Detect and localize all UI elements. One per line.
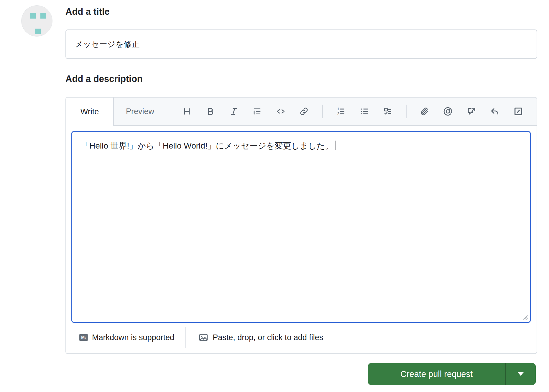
add-files-label: Paste, drop, or click to add files bbox=[213, 333, 323, 342]
markdown-supported-label: Markdown is supported bbox=[92, 333, 174, 342]
toolbar-separator bbox=[406, 105, 407, 118]
avatar bbox=[21, 5, 52, 37]
title-heading: Add a title bbox=[65, 6, 110, 17]
unordered-list-icon[interactable] bbox=[359, 106, 370, 117]
quote-icon[interactable] bbox=[252, 106, 262, 117]
create-options-dropdown[interactable] bbox=[506, 363, 536, 385]
svg-text:2: 2 bbox=[337, 112, 339, 116]
heading-icon[interactable] bbox=[182, 106, 192, 117]
numbered-list-icon[interactable]: 1 2 bbox=[336, 106, 346, 117]
editor-body: 「Hello 世界!」から「Hello World!」にメッセージを変更しました… bbox=[66, 126, 537, 352]
resize-handle-icon[interactable] bbox=[521, 313, 528, 320]
formatting-toolbar: 1 2 bbox=[166, 98, 537, 125]
description-heading: Add a description bbox=[65, 74, 143, 84]
mention-icon[interactable] bbox=[443, 106, 453, 117]
cross-reference-icon[interactable] bbox=[466, 106, 477, 117]
reply-icon[interactable] bbox=[489, 106, 500, 117]
create-pull-request-button[interactable]: Create pull request bbox=[368, 363, 505, 385]
link-icon[interactable] bbox=[299, 106, 309, 117]
identicon-square bbox=[35, 29, 41, 34]
tab-preview[interactable]: Preview bbox=[114, 98, 166, 125]
title-input[interactable] bbox=[65, 29, 537, 59]
chevron-down-icon bbox=[518, 372, 524, 376]
svg-text:1: 1 bbox=[337, 107, 339, 111]
description-textarea[interactable]: 「Hello 世界!」から「Hello World!」にメッセージを変更しました… bbox=[71, 131, 531, 323]
slash-command-icon[interactable] bbox=[513, 106, 524, 117]
text-cursor bbox=[336, 141, 336, 150]
identicon-square bbox=[40, 13, 46, 19]
identicon-square bbox=[30, 13, 36, 19]
code-icon[interactable] bbox=[275, 106, 286, 117]
tab-write[interactable]: Write bbox=[66, 98, 114, 126]
toolbar-separator bbox=[322, 105, 323, 118]
footer-separator bbox=[185, 327, 186, 348]
editor-header: Write Preview bbox=[66, 98, 537, 126]
description-text: 「Hello 世界!」から「Hello World!」にメッセージを変更しました… bbox=[81, 141, 333, 150]
markdown-editor: Write Preview bbox=[65, 97, 537, 354]
add-files-button[interactable]: Paste, drop, or click to add files bbox=[198, 332, 323, 342]
italic-icon[interactable] bbox=[229, 106, 239, 117]
editor-footer: M↓ Markdown is supported Paste, drop, or… bbox=[71, 323, 531, 352]
markdown-supported-link[interactable]: M↓ Markdown is supported bbox=[79, 333, 174, 342]
markdown-icon: M↓ bbox=[79, 334, 88, 341]
bold-icon[interactable] bbox=[205, 106, 216, 117]
image-icon bbox=[198, 332, 208, 342]
create-pull-request-split-button: Create pull request bbox=[368, 363, 536, 385]
task-list-icon[interactable] bbox=[382, 106, 393, 117]
attachment-icon[interactable] bbox=[419, 106, 430, 117]
